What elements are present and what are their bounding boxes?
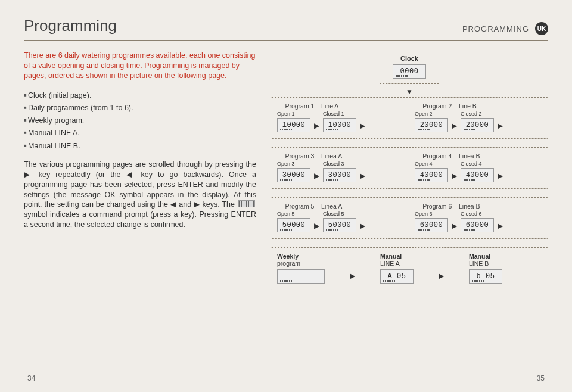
program-group: Program 4 – Linea B Open 4 40000 ▶ Close…	[415, 153, 542, 182]
manual-a-lcd: A 05	[380, 269, 414, 284]
closed-cell: Closed 6 60000	[461, 211, 494, 232]
program-row-box: Program 5 – Linea A Open 5 50000 ▶ Close…	[271, 197, 548, 239]
page-title: Programming	[24, 17, 117, 35]
manual-a-title-2: LINE A	[380, 260, 414, 267]
open-cell: Open 6 60000	[415, 211, 448, 232]
arrow-right-icon: ▶	[360, 222, 365, 230]
weekly-program-group: Weekly program ———————	[277, 253, 325, 284]
closed-cell: Closed 2 20000	[461, 111, 494, 132]
open-lcd: 50000	[277, 218, 310, 232]
closed-lcd: 20000	[461, 118, 494, 132]
closed-cell: Closed 5 50000	[323, 211, 356, 232]
arrow-right-icon: ▶	[498, 222, 503, 230]
open-cell: Open 3 30000	[277, 161, 310, 182]
bullet-list: Clock (initial page). Daily programmes (…	[24, 89, 256, 153]
program-row-box: Program 1 – Line A Open 1 10000 ▶ Closed…	[271, 97, 548, 139]
program-title: Program 2 – Line B	[415, 102, 542, 110]
bullet-item: Daily programmes (from 1 to 6).	[24, 102, 256, 114]
weekly-title-1: Weekly	[277, 253, 325, 260]
open-label: Open 3	[277, 161, 295, 167]
open-lcd: 20000	[415, 118, 448, 132]
body-part-2: symbol indicates a command prompt (press…	[24, 210, 256, 229]
program-group: Program 1 – Line A Open 1 10000 ▶ Closed…	[277, 102, 404, 132]
closed-label: Closed 3	[323, 161, 344, 167]
manual-b-lcd: b 05	[469, 269, 502, 284]
weekly-title-2: program	[277, 260, 325, 267]
left-column: There are 6 daily watering programmes av…	[24, 51, 256, 298]
closed-label: Closed 6	[461, 211, 482, 217]
arrow-right-icon: ▶	[498, 122, 503, 130]
arrow-right-icon: ▶	[314, 122, 319, 130]
open-cell: Open 5 50000	[277, 211, 310, 232]
body-part-1: The various programming pages are scroll…	[24, 160, 256, 209]
body-text: The various programming pages are scroll…	[24, 160, 256, 230]
weekly-box: Weekly program ——————— ▶ Manual LINE A A…	[271, 247, 548, 290]
open-lcd: 40000	[415, 168, 448, 182]
open-label: Open 4	[415, 161, 433, 167]
manual-a-group: Manual LINE A A 05	[380, 253, 414, 284]
arrow-right-icon: ▶	[350, 272, 355, 280]
clock-label: Clock	[391, 55, 428, 62]
closed-label: Closed 4	[461, 161, 482, 167]
manual-b-group: Manual LINE B b 05	[469, 253, 502, 284]
program-group: Program 6 – Linea B Open 6 60000 ▶ Close…	[415, 203, 542, 232]
bullet-item: Manual LINE B.	[24, 140, 256, 153]
open-lcd: 10000	[277, 118, 310, 132]
clock-box: Clock 0000	[380, 51, 439, 84]
arrow-right-icon: ▶	[498, 172, 503, 180]
closed-cell: Closed 3 30000	[323, 161, 356, 182]
arrow-right-icon: ▶	[314, 172, 319, 180]
program-group: Program 3 – Linea A Open 3 30000 ▶ Close…	[277, 153, 404, 182]
page-header: Programming PROGRAMMING UK	[24, 17, 548, 41]
arrow-right-icon: ▶	[360, 122, 365, 130]
manual-b-title-2: LINE B	[469, 260, 502, 267]
closed-cell: Closed 1 10000	[323, 111, 356, 132]
closed-lcd: 30000	[323, 168, 356, 182]
program-title: Program 1 – Line A	[277, 102, 404, 110]
arrow-right-icon: ▶	[452, 172, 457, 180]
closed-lcd: 60000	[461, 218, 494, 232]
header-right: PROGRAMMING UK	[462, 22, 548, 35]
page-number-right: 35	[537, 374, 545, 382]
arrow-right-icon: ▶	[439, 272, 444, 280]
program-title: Program 3 – Linea A	[277, 153, 404, 160]
header-subtitle: PROGRAMMING	[462, 24, 529, 33]
weekly-lcd: ———————	[277, 269, 325, 284]
arrow-right-icon: ▶	[452, 222, 457, 230]
open-label: Open 2	[415, 111, 433, 117]
arrow-right-icon: ▶	[360, 172, 365, 180]
bullet-item: Clock (initial page).	[24, 89, 256, 102]
program-row-box: Program 3 – Linea A Open 3 30000 ▶ Close…	[271, 147, 548, 189]
prompt-symbol-icon	[238, 200, 255, 207]
page-number-left: 34	[27, 374, 35, 382]
open-label: Open 5	[277, 211, 295, 217]
right-column: Clock 0000 ▼ Program 1 – Line A Open 1 1…	[271, 51, 548, 298]
arrow-down-icon: ▼	[271, 88, 548, 96]
bullet-item: Manual LINE A.	[24, 127, 256, 139]
clock-lcd: 0000	[393, 64, 426, 79]
closed-lcd: 50000	[323, 218, 356, 232]
open-label: Open 1	[277, 111, 295, 117]
bullet-item: Weekly program.	[24, 114, 256, 127]
open-lcd: 60000	[415, 218, 448, 232]
program-title: Program 6 – Linea B	[415, 203, 542, 210]
uk-badge-icon: UK	[535, 22, 548, 35]
manual-a-title-1: Manual	[380, 253, 414, 260]
open-cell: Open 4 40000	[415, 161, 448, 182]
closed-lcd: 10000	[323, 118, 356, 132]
program-group: Program 5 – Linea A Open 5 50000 ▶ Close…	[277, 203, 404, 232]
manual-b-title-1: Manual	[469, 253, 502, 260]
open-cell: Open 2 20000	[415, 111, 448, 132]
program-title: Program 4 – Linea B	[415, 153, 542, 160]
open-label: Open 6	[415, 211, 433, 217]
closed-cell: Closed 4 40000	[461, 161, 494, 182]
arrow-right-icon: ▶	[452, 122, 457, 130]
open-cell: Open 1 10000	[277, 111, 310, 132]
closed-label: Closed 1	[323, 111, 344, 117]
open-lcd: 30000	[277, 168, 310, 182]
closed-lcd: 40000	[461, 168, 494, 182]
closed-label: Closed 5	[323, 211, 344, 217]
arrow-right-icon: ▶	[314, 222, 319, 230]
program-title: Program 5 – Linea A	[277, 203, 404, 210]
closed-label: Closed 2	[461, 111, 482, 117]
